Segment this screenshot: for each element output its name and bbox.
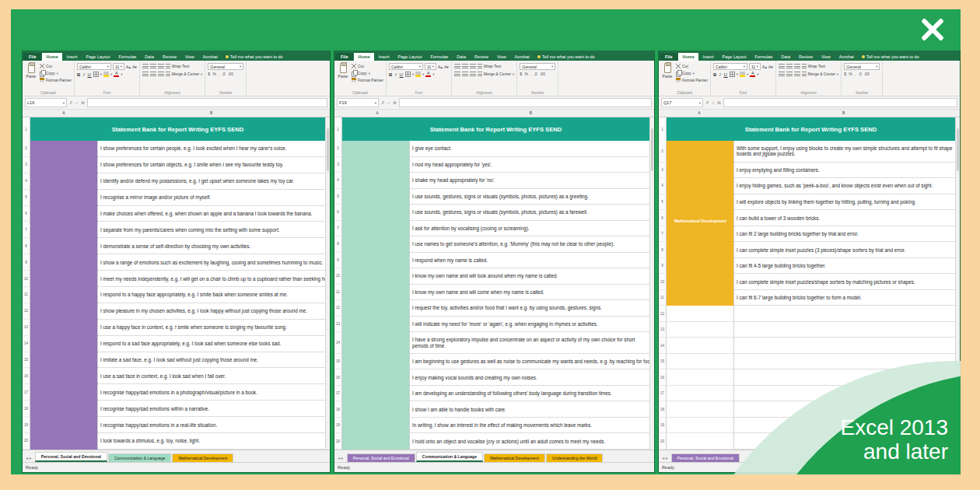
row-header[interactable]: 13	[659, 322, 667, 338]
statement-cell[interactable]: I show pleasure in my chosen activities,…	[98, 303, 325, 320]
row-header[interactable]: 15	[659, 354, 667, 370]
cancel-icon[interactable]: ✗	[69, 100, 73, 105]
bold-button[interactable]: B	[389, 72, 393, 77]
copy-button[interactable]: Copy▾	[40, 70, 72, 76]
statement-cell[interactable]: I identify and/or defend my possessions,…	[98, 173, 325, 190]
row-header[interactable]: 5	[659, 194, 667, 211]
increase-decimal-button[interactable]: .0	[858, 72, 861, 76]
comma-button[interactable]: ,	[530, 72, 531, 76]
file-tab[interactable]: File	[23, 53, 41, 61]
formula-input[interactable]	[399, 98, 652, 107]
enter-icon[interactable]: ✓	[75, 100, 79, 105]
font-size-select[interactable]: 11▾	[113, 63, 124, 70]
formula-input[interactable]	[723, 98, 957, 107]
statement-cell[interactable]: I request the toy, activities and/or foo…	[410, 300, 649, 317]
align-left-icon[interactable]	[779, 72, 785, 76]
merge-center-button[interactable]: Merge & Center▾	[478, 71, 515, 77]
sheet-prev-icon[interactable]: ◂	[338, 456, 340, 460]
sheet-tab[interactable]: Personal, Social and Emotional	[671, 453, 740, 462]
row-header[interactable]: 3	[334, 157, 342, 173]
column-header-a[interactable]: A	[62, 110, 65, 115]
row-header[interactable]: 3	[659, 163, 667, 179]
merge-center-button[interactable]: Merge & Center▾	[802, 71, 839, 77]
cut-button[interactable]: Cut	[676, 63, 708, 69]
wrap-text-button[interactable]: Wrap Text	[478, 63, 501, 69]
font-color-icon[interactable]: A	[425, 72, 431, 77]
sheet-nav-arrows[interactable]: ◂ ▸	[660, 455, 670, 462]
ribbon-tab-home[interactable]: Home	[354, 53, 373, 61]
format-painter-button[interactable]: Format Painter	[352, 77, 383, 83]
underline-button[interactable]: U	[723, 72, 727, 77]
statement-cell[interactable]: I ask for attention by vocalising (cooin…	[410, 221, 649, 237]
statement-cell[interactable]	[734, 338, 955, 354]
sheet-nav-arrows[interactable]: ◂ ▸	[335, 455, 346, 462]
statement-cell[interactable]: I show preferences for certain objects, …	[98, 157, 325, 173]
statement-cell[interactable]: I am beginning to use gestures as well a…	[410, 354, 649, 370]
cut-button[interactable]: Cut	[40, 63, 72, 69]
ribbon-tab-acrobat[interactable]: Acrobat	[199, 53, 222, 61]
statement-cell[interactable]: I enjoy emptying and filling containers.	[734, 163, 955, 179]
ribbon-tab-formulas[interactable]: Formulas	[426, 53, 452, 61]
row-header[interactable]: 12	[659, 306, 667, 322]
statement-cell[interactable]: I nod my head appropriately for 'yes'.	[410, 157, 649, 173]
row-header[interactable]: 4	[23, 173, 30, 190]
align-center-icon[interactable]	[462, 72, 468, 76]
statement-cell[interactable]: I respond to a happy face appropriately,…	[98, 287, 325, 303]
ribbon-tab-insert[interactable]: Insert	[699, 53, 718, 61]
row-header[interactable]: 1	[659, 117, 667, 141]
row-header[interactable]: 10	[659, 274, 667, 290]
vertical-scrollbar[interactable]	[649, 117, 654, 450]
enter-icon[interactable]: ✓	[387, 100, 391, 105]
row-header[interactable]: 15	[23, 352, 30, 369]
fx-icon[interactable]: fx	[717, 100, 720, 105]
row-header[interactable]: 8	[23, 238, 30, 254]
row-header[interactable]: 18	[659, 401, 667, 418]
scrollbar-thumb[interactable]	[651, 128, 653, 171]
ribbon-tab-data[interactable]: Data	[777, 53, 794, 61]
statement-cell[interactable]: I use names to get someone's attention, …	[410, 236, 649, 253]
grow-font-button[interactable]: A▴	[762, 65, 767, 69]
row-header[interactable]: 4	[334, 173, 342, 189]
sheet-tab[interactable]: Personal, Social and Emotional	[35, 452, 107, 462]
statement-cell[interactable]: I recognise happy/sad emotions in a phot…	[98, 384, 325, 401]
row-header[interactable]: 10	[23, 271, 30, 287]
row-header[interactable]: 4	[659, 178, 667, 194]
row-header[interactable]: 18	[334, 401, 342, 418]
fx-icon[interactable]: fx	[81, 100, 84, 105]
sheet-tab[interactable]: Personal, Social and Emotional	[347, 453, 415, 462]
font-color-icon[interactable]: A	[114, 72, 119, 77]
column-header-a[interactable]: A	[376, 110, 378, 115]
cancel-icon[interactable]: ✗	[381, 100, 385, 105]
decrease-decimal-button[interactable]: .00	[864, 72, 870, 76]
wrap-text-button[interactable]: Wrap Text	[166, 63, 189, 69]
statement-cell[interactable]: I show I am able to handle books with ca…	[410, 401, 649, 418]
row-header[interactable]: 14	[334, 332, 342, 354]
statement-cell[interactable]: I can build a tower of 3 wooden bricks.	[734, 210, 955, 226]
grow-font-button[interactable]: A▴	[438, 65, 443, 69]
bold-button[interactable]: B	[713, 72, 717, 77]
row-header[interactable]: 8	[659, 242, 667, 258]
ribbon-tab-data[interactable]: Data	[453, 53, 470, 61]
ribbon-tab-home[interactable]: Home	[42, 53, 61, 61]
row-header[interactable]: 2	[334, 141, 342, 157]
merge-center-button[interactable]: Merge & Center▾	[166, 71, 203, 77]
scrollbar-thumb[interactable]	[957, 128, 959, 171]
column-header-a[interactable]: A	[698, 110, 700, 115]
increase-decimal-button[interactable]: .0	[222, 72, 225, 76]
row-header[interactable]: 6	[23, 206, 30, 222]
align-right-icon[interactable]	[158, 72, 164, 76]
underline-button[interactable]: U	[87, 72, 91, 77]
sheet-tab[interactable]: Communication & Language	[416, 452, 483, 462]
statement-cell[interactable]: I meet my needs independently, e.g. I wi…	[98, 271, 325, 287]
copy-button[interactable]: Copy▾	[352, 70, 383, 76]
ribbon-tab-data[interactable]: Data	[141, 53, 158, 61]
statement-cell[interactable]: I can complete simple inset puzzles (3 p…	[734, 242, 955, 258]
row-header[interactable]: 7	[334, 221, 342, 237]
file-tab[interactable]: File	[660, 53, 677, 61]
tell-me-box[interactable]: Tell me what you want to do	[222, 53, 286, 61]
align-middle-icon[interactable]	[786, 64, 793, 68]
row-header[interactable]: 19	[659, 418, 667, 434]
row-header[interactable]: 5	[23, 190, 30, 206]
row-header[interactable]: 20	[334, 433, 342, 450]
align-middle-icon[interactable]	[150, 64, 156, 68]
